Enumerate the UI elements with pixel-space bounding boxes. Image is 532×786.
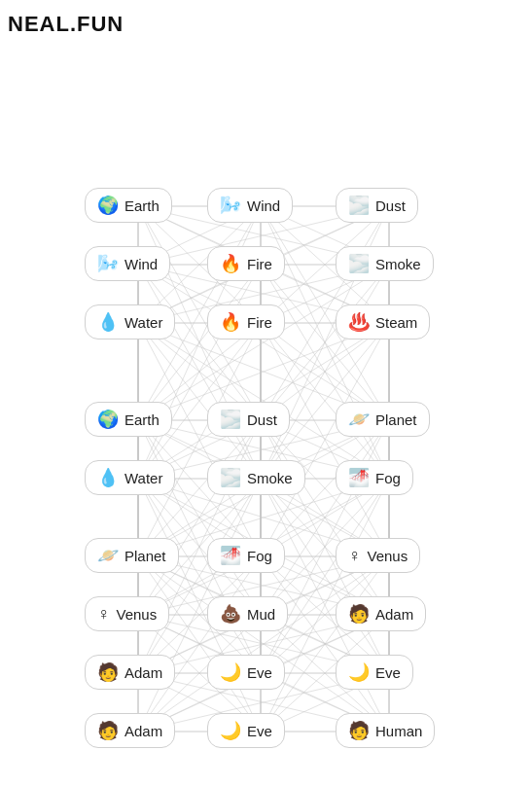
element-emoji: 🌫️	[220, 469, 241, 486]
element-emoji: 🌬️	[220, 196, 241, 214]
svg-line-42	[138, 265, 389, 420]
element-card-eve[interactable]: 🌙Eve	[336, 655, 413, 690]
element-card-dust[interactable]: 🌫️Dust	[336, 188, 418, 223]
element-card-venus[interactable]: ♀️Venus	[336, 538, 420, 573]
svg-line-163	[261, 479, 389, 673]
element-emoji: 🪐	[97, 547, 119, 564]
svg-line-187	[261, 556, 389, 732]
element-emoji: 🌙	[220, 722, 241, 739]
element-emoji: 🔥	[220, 313, 241, 331]
element-label: Adam	[124, 723, 162, 739]
element-card-fog[interactable]: 🌁Fog	[336, 460, 413, 495]
element-card-earth[interactable]: 🌍Earth	[85, 402, 172, 437]
svg-line-55	[261, 265, 389, 479]
element-card-wind[interactable]: 🌬️Wind	[85, 246, 170, 281]
element-emoji: ♀️	[348, 547, 362, 564]
element-label: Human	[375, 723, 422, 739]
element-card-mud[interactable]: 💩Mud	[207, 596, 288, 631]
element-label: Mud	[247, 606, 275, 623]
element-emoji: 🧑	[97, 722, 119, 739]
element-card-planet[interactable]: 🪐Planet	[336, 402, 430, 437]
element-emoji: 🪐	[348, 411, 370, 428]
element-card-steam[interactable]: ♨️Steam	[336, 304, 430, 339]
svg-line-151	[138, 479, 261, 673]
element-label: Steam	[375, 314, 417, 331]
element-emoji: 💧	[97, 313, 119, 331]
element-card-water[interactable]: 💧Water	[85, 304, 175, 339]
element-card-fog[interactable]: 🌁Fog	[207, 538, 285, 573]
element-label: Eve	[375, 664, 401, 681]
element-card-adam[interactable]: 🧑Adam	[85, 655, 175, 690]
element-label: Planet	[375, 411, 417, 428]
svg-line-75	[138, 323, 261, 556]
element-card-fire[interactable]: 🔥Fire	[207, 304, 285, 339]
svg-line-44	[138, 265, 261, 479]
element-card-human[interactable]: 🧑Human	[336, 713, 435, 748]
svg-line-185	[138, 556, 261, 732]
element-label: Fog	[375, 470, 401, 486]
element-label: Fire	[247, 256, 272, 272]
element-card-venus[interactable]: ♀️Venus	[85, 596, 169, 631]
element-label: Venus	[117, 606, 158, 623]
element-label: Fire	[247, 314, 272, 331]
element-label: Fog	[247, 548, 272, 564]
element-label: Eve	[247, 723, 272, 739]
svg-line-128	[261, 420, 389, 615]
svg-line-141	[138, 479, 261, 673]
element-label: Adam	[375, 606, 413, 623]
element-emoji: 🌍	[97, 411, 119, 428]
element-card-dust[interactable]: 🌫️Dust	[207, 402, 290, 437]
element-emoji: 🌙	[348, 663, 370, 681]
svg-line-84	[138, 323, 261, 556]
element-emoji: 🧑	[348, 722, 370, 739]
element-emoji: 🌫️	[220, 411, 241, 428]
svg-line-118	[261, 420, 389, 615]
element-card-fire[interactable]: 🔥Fire	[207, 246, 285, 281]
svg-line-41	[138, 265, 261, 420]
element-label: Wind	[247, 197, 280, 214]
element-label: Dust	[375, 197, 406, 214]
element-card-water[interactable]: 💧Water	[85, 460, 175, 495]
svg-line-53	[138, 265, 261, 479]
element-card-eve[interactable]: 🌙Eve	[207, 713, 285, 748]
element-emoji: ♀️	[97, 605, 111, 623]
element-label: Adam	[124, 664, 162, 681]
element-card-smoke[interactable]: 🌫️Smoke	[336, 246, 434, 281]
svg-line-86	[261, 323, 389, 556]
element-card-adam[interactable]: 🧑Adam	[85, 713, 175, 748]
element-label: Planet	[124, 548, 166, 564]
element-label: Water	[124, 314, 162, 331]
element-emoji: 🌬️	[97, 255, 119, 272]
element-emoji: 💩	[220, 605, 241, 623]
svg-line-91	[138, 323, 389, 479]
element-emoji: 🌙	[220, 663, 241, 681]
element-emoji: 🧑	[97, 663, 119, 681]
element-label: Smoke	[375, 256, 421, 272]
site-logo: NEAL.FUN	[8, 12, 124, 37]
element-card-eve[interactable]: 🌙Eve	[207, 655, 285, 690]
svg-line-52	[261, 265, 389, 420]
element-emoji: 🌁	[220, 547, 241, 564]
element-emoji: 🧑	[348, 605, 370, 623]
svg-line-177	[138, 556, 389, 732]
element-card-smoke[interactable]: 🌫️Smoke	[207, 460, 305, 495]
element-emoji: 💧	[97, 469, 119, 486]
element-card-adam[interactable]: 🧑Adam	[336, 596, 426, 631]
element-emoji: 🌍	[97, 196, 119, 214]
element-emoji: 🌁	[348, 469, 370, 486]
element-emoji: 🌫️	[348, 196, 370, 214]
element-card-planet[interactable]: 🪐Planet	[85, 538, 179, 573]
element-card-wind[interactable]: 🌬️Wind	[207, 188, 293, 223]
svg-line-63	[261, 265, 389, 479]
svg-line-73	[138, 323, 389, 479]
svg-line-106	[138, 420, 261, 615]
element-card-earth[interactable]: 🌍Earth	[85, 188, 172, 223]
element-label: Wind	[124, 256, 158, 272]
svg-line-116	[138, 420, 261, 615]
svg-line-72	[138, 323, 261, 479]
svg-line-94	[261, 323, 389, 556]
svg-line-176	[138, 556, 261, 732]
element-emoji: 🔥	[220, 255, 241, 272]
svg-line-92	[261, 323, 389, 479]
svg-line-83	[261, 323, 389, 479]
